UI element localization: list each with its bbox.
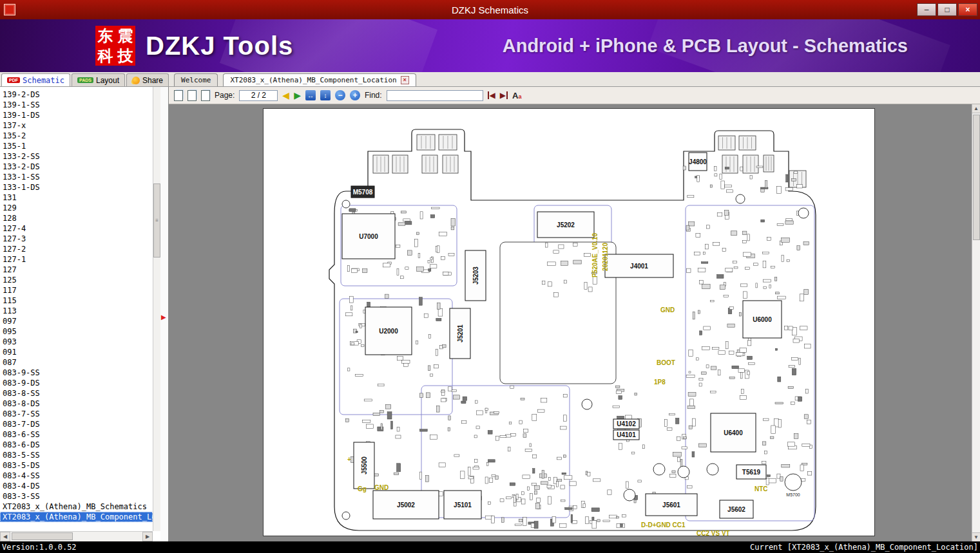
collapse-arrow-icon[interactable]: ▶	[161, 314, 166, 321]
scrollbar-track[interactable]	[10, 532, 142, 541]
mounting-hole	[678, 466, 689, 478]
doc-tab-welcome[interactable]: Welcome	[174, 73, 218, 86]
sidebar-item[interactable]: 083-6-SS	[0, 429, 153, 440]
sidebar-item[interactable]: 133-1-SS	[0, 172, 153, 182]
pcb-component-label: J4001	[630, 263, 648, 270]
sidebar-item[interactable]: 115	[0, 295, 153, 306]
sidebar-item[interactable]: 087	[0, 357, 153, 368]
pcb-component: J5500	[354, 442, 374, 489]
sidebar-item[interactable]: 137-x	[0, 120, 153, 131]
sidebar-item[interactable]: 133-2-SS	[0, 151, 153, 162]
sidebar-horizontal-scrollbar[interactable]: ◀ ▶	[0, 531, 153, 541]
sidebar-item[interactable]: 139-2-DS	[0, 89, 153, 100]
single-page-icon[interactable]	[174, 90, 183, 101]
sidebar-item[interactable]: 127	[0, 265, 153, 275]
maximize-button[interactable]: □	[937, 3, 957, 16]
sidebar-item[interactable]: 083-7-DS	[0, 419, 153, 429]
page-list: 139-2-DS139-1-SS139-1-DS137-x135-2135-11…	[0, 89, 153, 531]
sidebar-item[interactable]: XT2083_x_(Athena)_MB_Component_Locatio	[0, 512, 153, 522]
sidebar-item[interactable]: 083-6-DS	[0, 440, 153, 450]
page-number-input[interactable]	[239, 90, 278, 101]
font-size-button[interactable]: Aa	[512, 91, 521, 100]
fit-page-button[interactable]: ↕	[320, 90, 331, 100]
sidebar-item[interactable]: 083-9-SS	[0, 368, 153, 378]
sidebar-item[interactable]: 128	[0, 213, 153, 223]
sidebar-item[interactable]: 133-2-DS	[0, 162, 153, 172]
viewer-vertical-scrollbar[interactable]: ▲ ▼	[972, 104, 980, 541]
sidebar-item[interactable]: 131	[0, 192, 153, 203]
pcb-component-label: J5500	[361, 456, 368, 474]
sidebar-item[interactable]: 127-1	[0, 254, 153, 265]
find-next-button[interactable]: ▶	[500, 91, 508, 99]
sidebar-item[interactable]: 083-4-DS	[0, 481, 153, 491]
doc-tab-component-location[interactable]: XT2083_x_(Athena)_MB_Component_Location …	[223, 73, 416, 86]
mounting-hole	[342, 512, 350, 520]
board-connector	[439, 135, 457, 150]
sidebar-item[interactable]: 129	[0, 203, 153, 213]
scrollbar-thumb[interactable]	[973, 115, 980, 240]
tab-label: Layout	[96, 76, 119, 85]
sidebar-item[interactable]: 083-4-SS	[0, 471, 153, 481]
document-viewer[interactable]: M5700U7000U2000J5202J5203J5201J4001U6000…	[169, 104, 980, 541]
tab-close-icon[interactable]: ×	[401, 76, 409, 84]
logo-char: 震	[118, 28, 133, 44]
pcb-component: J5002	[373, 491, 439, 519]
pcb-component-label: M5708	[353, 189, 373, 196]
sidebar-item[interactable]: 117	[0, 285, 153, 295]
minimize-button[interactable]: –	[917, 3, 936, 16]
scroll-right-icon[interactable]: ▶	[142, 532, 153, 541]
scrollbar-thumb[interactable]: ≡	[153, 183, 160, 258]
sidebar-item[interactable]: 083-8-SS	[0, 388, 153, 398]
prev-page-button[interactable]: ◀	[282, 90, 289, 100]
scroll-down-icon[interactable]: ▼	[972, 532, 980, 541]
sidebar-item[interactable]: 083-7-SS	[0, 409, 153, 419]
board-connector	[422, 155, 437, 173]
mounting-hole	[582, 399, 592, 409]
sidebar-vertical-scrollbar[interactable]: ≡	[153, 87, 160, 531]
sidebar-item[interactable]: 127-2	[0, 244, 153, 254]
pdf-page: M5700U7000U2000J5202J5203J5201J4001U6000…	[263, 108, 875, 536]
scrollbar-thumb[interactable]	[12, 532, 73, 540]
sidebar-item[interactable]: 093	[0, 337, 153, 347]
sidebar-item[interactable]: 095	[0, 326, 153, 337]
sidebar-item[interactable]: 127-4	[0, 223, 153, 234]
zoom-in-button[interactable]: +	[350, 90, 360, 100]
sidebar-item[interactable]: 083-5-DS	[0, 460, 153, 471]
pcb-component: M5708	[351, 186, 374, 198]
sidebar-item[interactable]: 113	[0, 306, 153, 316]
sidebar-item[interactable]: 083-5-SS	[0, 450, 153, 460]
sidebar-item[interactable]: 083-3-SS	[0, 491, 153, 501]
scroll-up-icon[interactable]: ▲	[972, 104, 980, 113]
sidebar-item[interactable]: 091	[0, 347, 153, 357]
sidebar-item[interactable]: 083-8-DS	[0, 398, 153, 409]
tab-layout[interactable]: PADS Layout	[72, 73, 125, 86]
sidebar-item[interactable]: 133-1-DS	[0, 182, 153, 192]
pcb-component-label: U2000	[379, 328, 398, 335]
sidebar-item[interactable]: 139-1-DS	[0, 110, 153, 120]
sidebar-item[interactable]: 135-1	[0, 141, 153, 151]
board-cutout	[500, 242, 616, 384]
facing-pages-icon[interactable]	[187, 90, 197, 101]
sidebar-item[interactable]: 083-9-DS	[0, 378, 153, 388]
tab-share[interactable]: Share	[126, 73, 169, 86]
close-button[interactable]: ×	[958, 3, 977, 16]
zoom-out-button[interactable]: −	[335, 90, 345, 100]
tab-schematic[interactable]: PDF Schematic	[1, 73, 70, 86]
fit-width-button[interactable]: ↔	[305, 90, 316, 100]
sidebar-item[interactable]: 125	[0, 275, 153, 285]
find-input[interactable]	[387, 90, 483, 101]
sidebar-item[interactable]: 127-3	[0, 234, 153, 244]
sidebar-item[interactable]: 135-2	[0, 131, 153, 141]
sidebar-item[interactable]: 139-1-SS	[0, 100, 153, 110]
scroll-left-icon[interactable]: ◀	[0, 532, 10, 541]
pcb-component: J5201	[450, 308, 470, 359]
sidebar-item[interactable]: 097	[0, 316, 153, 326]
book-view-icon[interactable]	[201, 90, 210, 101]
sidebar-splitter[interactable]: ▶	[160, 87, 168, 541]
find-previous-button[interactable]: ◀	[488, 91, 495, 99]
doc-tab-label: XT2083_x_(Athena)_MB_Component_Location	[230, 76, 396, 84]
pcb-net-label: D-D+GND CC1	[641, 521, 686, 529]
pcb-component-label: U6400	[724, 429, 743, 436]
sidebar-item[interactable]: XT2083_x_(Athena)_MB_Schematics	[0, 501, 153, 512]
next-page-button[interactable]: ▶	[294, 90, 301, 100]
